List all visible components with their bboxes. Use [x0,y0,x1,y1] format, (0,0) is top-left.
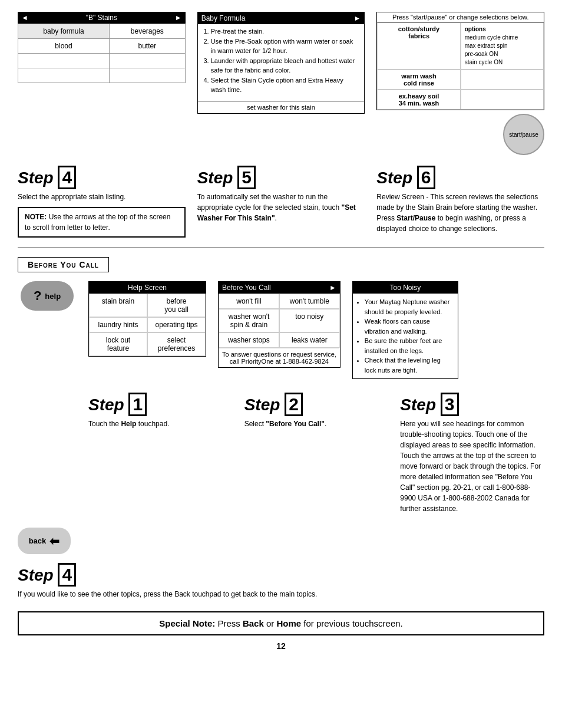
too-noisy-box: Too Noisy Your Maytag Neptune washer sho… [352,281,458,379]
step2-num: 2 [285,393,303,416]
too-noisy-col: Too Noisy Your Maytag Neptune washer sho… [352,281,458,379]
step4-num: 4 [58,166,76,189]
byc-grid: won't fill won't tumble washer won'tspin… [219,294,340,348]
review-header: Press "start/pause" or change selections… [377,12,544,22]
byc-table-col: Before You Call ► won't fill won't tumbl… [218,281,340,379]
help-label: help [45,292,61,301]
byc-wont-fill[interactable]: won't fill [219,294,279,309]
step3-heading: Step 3 [400,393,544,416]
list-item: Launder with appropriate bleach and hott… [211,56,360,75]
byc-wont-tumble[interactable]: won't tumble [279,294,340,309]
byc-footer: To answer questions or request service,c… [219,348,340,367]
cell-beverages[interactable]: beverages [110,24,186,39]
back-icon-row: back ⬅ [18,528,544,554]
baby-formula-body: Pre-treat the stain. Use the Pre-Soak op… [198,24,365,101]
baby-formula-footer[interactable]: set washer for this stain [198,101,365,113]
review-cell-empty [461,70,544,90]
before-you-call-heading: Before You Call [18,257,109,272]
back-icon-col: back ⬅ [18,528,77,554]
hs-operating-tips[interactable]: operating tips [147,317,206,332]
help-touchpad[interactable]: ? help [21,281,74,311]
review-cell-wash[interactable]: warm washcold rinse [377,70,460,90]
list-item: Be sure the rubber feet are installed on… [365,336,453,355]
bf-arrow-icon[interactable]: ► [353,14,361,22]
cell-baby-formula[interactable]: baby formula [18,24,110,39]
review-cell-empty2 [461,90,544,110]
baby-formula-box: Baby Formula ► Pre-treat the stain. Use … [197,12,365,114]
step4-col: Step 4 Select the appropriate stain list… [18,161,186,239]
back-label: back [29,536,47,545]
b-stains-col: ◄ "B" Stains ► baby formula beverages bl… [18,12,186,155]
step6-heading: Step 6 [376,166,544,189]
baby-formula-col: Baby Formula ► Pre-treat the stain. Use … [197,12,365,155]
step4b-heading: Step 4 [18,563,544,587]
hs-laundry-hints[interactable]: laundry hints [89,317,147,332]
step4-bottom-section: Step 4 If you would like to see the othe… [18,563,544,599]
step4b-desc: If you would like to see the other topic… [18,589,544,599]
byc-washer-stops[interactable]: washer stops [219,332,279,348]
hs-lock-out[interactable]: lock outfeature [89,332,147,356]
table-row: blood butter [18,39,186,54]
step1-icon-col [18,388,77,519]
byc-wont-spin[interactable]: washer won'tspin & drain [219,309,279,332]
step4b-num: 4 [58,563,76,587]
review-box: Press "start/pause" or change selections… [376,12,544,110]
step5-num: 5 [237,166,256,189]
help-screen-col: Help Screen stain brain beforeyou call l… [88,281,206,379]
table-row [18,54,186,68]
step4-heading: Step 4 [18,166,186,189]
byc-leaks-water[interactable]: leaks water [279,332,340,348]
list-item: Your Maytag Neptune washer should be pro… [365,297,453,317]
baby-formula-header: Baby Formula ► [198,12,365,24]
step3-col: Step 3 Here you will see headings for co… [400,388,544,519]
b-stains-title: "B" Stains [86,14,117,22]
cell-blood[interactable]: blood [18,39,110,54]
byc-too-noisy[interactable]: too noisy [279,309,340,332]
review-cell-fabric[interactable]: cotton/sturdyfabrics [377,22,460,70]
help-screen-box: Help Screen stain brain beforeyou call l… [88,281,206,357]
hs-before-you-call[interactable]: beforeyou call [147,294,206,317]
step2-desc: Select "Before You Call". [244,419,389,429]
steps-456-section: Step 4 Select the appropriate stain list… [18,161,544,239]
cell-empty4 [110,68,186,83]
steps-123-section: Step 1 Touch the Help touchpad. Step 2 S… [18,388,544,519]
help-screen-header: Help Screen [89,282,206,294]
too-noisy-header: Too Noisy [353,282,458,294]
review-grid: cotton/sturdyfabrics optionsmedium cycle… [377,22,544,110]
step1-col: Step 1 Touch the Help touchpad. [88,388,233,519]
back-touchpad[interactable]: back ⬅ [18,528,71,554]
review-screen-col: Press "start/pause" or change selections… [376,12,544,155]
step5-col: Step 5 To automatically set the washer t… [197,161,365,239]
too-noisy-body: Your Maytag Neptune washer should be pro… [353,294,458,378]
b-stains-table: baby formula beverages blood butter [18,24,186,83]
left-arrow-icon[interactable]: ◄ [21,14,28,22]
before-you-call-section: ? help Help Screen stain brain beforeyou… [18,281,544,379]
step1-desc: Touch the Help touchpad. [88,419,233,429]
byc-title: Before You Call [222,284,271,292]
start-pause-container: start/pause [376,114,544,155]
review-cell-options: optionsmedium cycle chimemax extract spi… [461,22,544,70]
step5-desc: To automatically set the washer to run t… [197,192,365,223]
help-screen-grid: stain brain beforeyou call laundry hints… [89,294,206,356]
cell-empty3 [18,68,110,83]
byc-arrow-icon[interactable]: ► [329,284,336,292]
back-arrow-icon: ⬅ [49,534,59,548]
list-item: Use the Pre-Soak option with warm water … [211,37,360,56]
cell-butter[interactable]: butter [110,39,186,54]
steps-123-content: Step 1 Touch the Help touchpad. Step 2 S… [88,388,544,519]
step6-col: Step 6 Review Screen - This screen revie… [376,161,544,239]
hs-select-preferences[interactable]: selectpreferences [147,332,206,356]
start-pause-button[interactable]: start/pause [503,114,544,155]
step4-note: NOTE: Use the arrows at the top of the s… [18,207,186,238]
review-cell-soil[interactable]: ex.heavy soil34 min. wash [377,90,460,110]
hs-stain-brain[interactable]: stain brain [89,294,147,317]
b-stains-header: ◄ "B" Stains ► [18,12,186,24]
step4-desc: Select the appropriate stain listing. [18,192,186,202]
b-stains-table-wrapper: ◄ "B" Stains ► baby formula beverages bl… [18,12,186,83]
section-divider [18,248,544,248]
step6-num: 6 [417,166,435,189]
baby-formula-title: Baby Formula [201,14,246,22]
right-arrow-icon[interactable]: ► [175,14,182,22]
step5-heading: Step 5 [197,166,365,189]
list-item: Weak floors can cause vibration and walk… [365,317,453,336]
